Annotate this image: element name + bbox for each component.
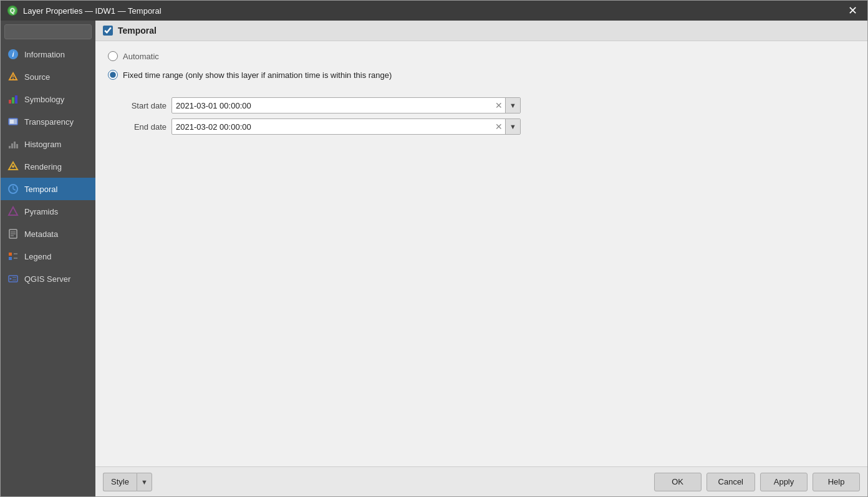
svg-rect-27 [9, 253, 12, 256]
ok-button[interactable]: OK [654, 473, 702, 491]
end-date-clear-button[interactable]: ✕ [493, 120, 505, 133]
sidebar-label-source: Source [24, 72, 50, 82]
transparency-icon [7, 115, 19, 128]
legend-icon [7, 250, 19, 263]
svg-marker-22 [9, 207, 17, 215]
sidebar-label-symbology: Symbology [24, 95, 64, 104]
temporal-icon [7, 183, 19, 195]
start-date-row: Start date ✕ ▼ [123, 97, 855, 113]
automatic-radio-row: Automatic [108, 51, 855, 61]
svg-line-21 [13, 189, 16, 190]
cancel-button[interactable]: Cancel [706, 473, 755, 491]
automatic-label[interactable]: Automatic [123, 52, 159, 61]
sidebar-label-metadata: Metadata [24, 229, 58, 239]
sidebar-label-histogram: Histogram [24, 140, 61, 149]
sidebar-label-information: Information [24, 50, 65, 59]
end-date-input[interactable] [172, 122, 493, 132]
sidebar-label-rendering: Rendering [24, 162, 62, 171]
main-content: i Information Source [1, 21, 867, 496]
sidebar-label-qgis-server: QGIS Server [24, 274, 70, 284]
svg-rect-8 [9, 100, 11, 104]
metadata-icon [7, 228, 19, 240]
svg-rect-15 [14, 142, 16, 148]
style-dropdown-button[interactable]: ▼ [137, 473, 152, 491]
sidebar-item-pyramids[interactable]: Pyramids [1, 200, 95, 223]
start-date-label: Start date [123, 101, 166, 110]
sidebar-item-information[interactable]: i Information [1, 43, 95, 65]
footer-left: Style ▼ [103, 473, 152, 491]
sidebar-item-temporal[interactable]: Temporal [1, 178, 95, 200]
sidebar-item-source[interactable]: Source [1, 65, 95, 88]
titlebar: Q Layer Properties — IDW1 — Temporal ✕ [1, 1, 867, 21]
start-date-dropdown-button[interactable]: ▼ [505, 98, 520, 113]
start-date-clear-button[interactable]: ✕ [493, 99, 505, 112]
end-date-row: End date ✕ ▼ [123, 118, 855, 135]
apply-button[interactable]: Apply [760, 473, 808, 491]
sidebar-label-legend: Legend [24, 252, 51, 261]
svg-rect-13 [9, 146, 11, 148]
qgis-server-icon [7, 273, 19, 285]
sidebar-item-histogram[interactable]: Histogram [1, 133, 95, 155]
svg-rect-16 [16, 144, 18, 148]
panel-header: Temporal [95, 21, 867, 41]
fixed-range-label[interactable]: Fixed time range (only show this layer i… [123, 70, 392, 80]
fixed-range-radio[interactable] [108, 70, 118, 80]
sidebar-label-pyramids: Pyramids [24, 207, 58, 216]
automatic-radio[interactable] [108, 51, 118, 61]
sidebar-item-qgis-server[interactable]: QGIS Server [1, 268, 95, 290]
radio-group: Automatic Fixed time range (only show th… [108, 51, 855, 135]
end-date-wrapper: ✕ ▼ [171, 118, 521, 135]
close-button[interactable]: ✕ [844, 4, 861, 17]
start-date-input[interactable] [172, 101, 493, 110]
sidebar-item-rendering[interactable]: Rendering [1, 155, 95, 178]
end-date-dropdown-button[interactable]: ▼ [505, 119, 520, 134]
sidebar-item-symbology[interactable]: Symbology [1, 88, 95, 110]
sidebar-item-transparency[interactable]: Transparency [1, 110, 95, 133]
svg-rect-10 [15, 95, 17, 104]
window-title: Layer Properties — IDW1 — Temporal [23, 6, 162, 16]
info-icon: i [7, 48, 19, 60]
main-window: Q Layer Properties — IDW1 — Temporal ✕ i… [0, 0, 868, 497]
svg-point-32 [10, 278, 12, 280]
sidebar-label-temporal: Temporal [24, 185, 57, 194]
end-date-label: End date [123, 122, 166, 132]
svg-text:Q: Q [10, 7, 15, 14]
pyramids-icon [7, 205, 19, 218]
symbology-icon [7, 93, 19, 105]
svg-rect-12 [10, 120, 14, 123]
start-date-wrapper: ✕ ▼ [171, 97, 521, 113]
temporal-checkbox[interactable] [103, 26, 113, 36]
app-icon: Q [7, 5, 18, 16]
svg-rect-28 [9, 257, 12, 260]
sidebar-item-metadata[interactable]: Metadata [1, 223, 95, 245]
footer: Style ▼ OK Cancel Apply Help [95, 466, 867, 496]
titlebar-left: Q Layer Properties — IDW1 — Temporal [7, 5, 162, 16]
sidebar-label-transparency: Transparency [24, 117, 74, 127]
svg-rect-9 [12, 97, 14, 104]
help-button[interactable]: Help [813, 473, 860, 491]
style-button[interactable]: Style [103, 473, 137, 491]
fixed-range-radio-row: Fixed time range (only show this layer i… [108, 70, 855, 80]
panel-body: Automatic Fixed time range (only show th… [95, 41, 867, 466]
search-input[interactable] [4, 24, 92, 39]
svg-point-7 [12, 78, 14, 79]
rendering-icon [7, 160, 19, 173]
svg-point-18 [12, 165, 14, 168]
panel-title: Temporal [118, 26, 157, 36]
footer-right: OK Cancel Apply Help [654, 473, 860, 491]
sidebar: i Information Source [1, 21, 95, 496]
source-icon [7, 70, 19, 83]
right-panel: Temporal Automatic Fixed time range (onl… [95, 21, 867, 496]
date-fields: Start date ✕ ▼ End date [123, 97, 855, 135]
sidebar-item-legend[interactable]: Legend [1, 245, 95, 268]
histogram-icon [7, 138, 19, 150]
svg-rect-14 [11, 143, 13, 148]
